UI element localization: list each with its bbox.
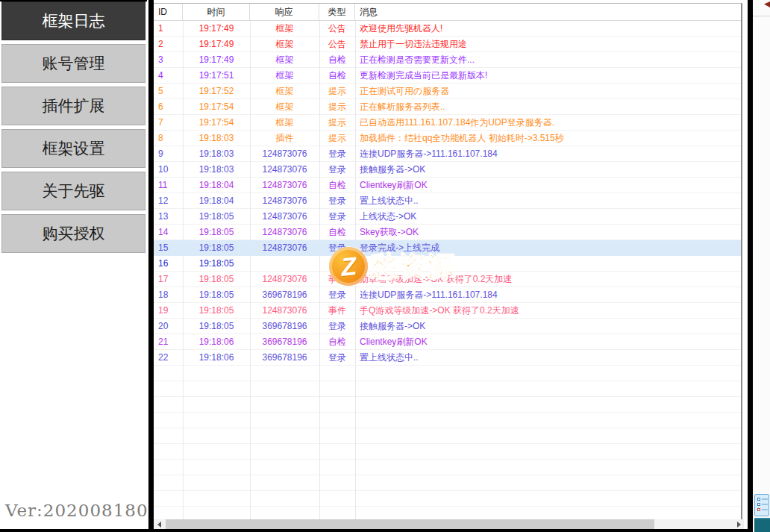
cell-type: 事件	[319, 303, 355, 319]
table-row[interactable]: 719:17:54框架提示已自动选用111.161.107.184作为UDP登录…	[154, 115, 741, 131]
cell-id: 12	[154, 193, 183, 209]
cell-resp: 框架	[250, 37, 319, 52]
cell-id: 6	[154, 99, 183, 115]
table-row[interactable]: 619:17:54框架提示正在解析服务器列表..	[154, 99, 741, 115]
cell-id: 1	[154, 21, 183, 37]
cell-resp: 124873076	[250, 162, 319, 178]
sidebar-item-label: 框架设置	[43, 138, 105, 159]
cell-msg: 连接UDP服务器->111.161.107.184	[355, 146, 741, 162]
cell-resp: 框架	[250, 84, 319, 99]
table-row[interactable]: 1819:18:05369678196登录连接UDP服务器->111.161.1…	[154, 287, 741, 303]
cell-time: 19:18:04	[183, 193, 250, 209]
cell-id: 16	[154, 256, 183, 272]
cell-time: 19:17:49	[183, 52, 250, 68]
cell-id: 7	[154, 115, 183, 131]
cell-id: 21	[154, 334, 183, 350]
cell-msg: 已自动选用111.161.107.184作为UDP登录服务器.	[355, 115, 741, 131]
cell-resp: 369678196	[250, 319, 319, 334]
table-row[interactable]: 2119:18:06369678196自检Clientkey刷新OK	[154, 334, 741, 350]
column-header-id[interactable]: ID	[154, 4, 183, 20]
cell-id: 17	[154, 272, 183, 287]
sidebar-item-about[interactable]: 关于先驱	[1, 172, 145, 210]
cell-id: 20	[154, 319, 183, 334]
cell-time: 19:18:06	[183, 334, 250, 350]
cell-id: 9	[154, 146, 183, 162]
table-row[interactable]: 1019:18:03124873076登录接触服务器->OK	[154, 162, 741, 178]
list-bullet-icon	[757, 498, 760, 501]
cell-type: 公告	[319, 37, 355, 52]
scrollbar-thumb[interactable]	[166, 519, 654, 530]
scroll-left-button[interactable]	[154, 519, 164, 530]
horizontal-scrollbar[interactable]	[154, 519, 744, 530]
cell-msg: 接触服务器->OK	[355, 162, 741, 178]
cell-msg: Skey获取->OK	[355, 225, 741, 240]
cell-time: 19:17:49	[183, 37, 250, 52]
cell-msg: Clientkey刷新OK	[355, 334, 741, 350]
sidebar-item-plugin-extension[interactable]: 插件扩展	[1, 87, 145, 125]
cell-time: 19:18:05	[183, 272, 250, 287]
version-label: Ver:2020081801	[5, 501, 160, 520]
table-row[interactable]: 319:17:49框架自检正在检测是否需要更新文件...	[154, 52, 741, 68]
column-header-response[interactable]: 响应	[250, 4, 319, 20]
scroll-right-button[interactable]	[733, 519, 744, 530]
table-row[interactable]: 1419:18:05124873076自检Skey获取->OK	[154, 225, 741, 240]
desktop-strip	[753, 0, 770, 532]
cell-type: 自检	[319, 178, 355, 193]
cell-id: 19	[154, 303, 183, 319]
cell-type: 自检	[319, 334, 355, 350]
details-list-icon[interactable]	[754, 494, 769, 516]
cell-time: 19:18:05	[183, 287, 250, 303]
table-row[interactable]: 419:17:51框架自检更新检测完成当前已是最新版本!	[154, 68, 741, 84]
cell-id: 15	[154, 240, 183, 256]
table-row[interactable]: 1319:18:05124873076登录上线状态->OK	[154, 209, 741, 225]
cell-id: 11	[154, 178, 183, 193]
cell-id: 3	[154, 52, 183, 68]
cell-msg: 置上线状态中..	[355, 350, 741, 366]
cell-resp: 369678196	[250, 287, 319, 303]
table-row[interactable]: 819:18:03插件提示加载插件：结社qq全功能机器人 初始耗时->3.515…	[154, 131, 741, 146]
column-header-type[interactable]: 类型	[319, 4, 355, 20]
list-bullet-icon	[757, 508, 760, 511]
table-row[interactable]: 1119:18:04124873076自检Clientkey刷新OK	[154, 178, 741, 193]
app-window: 框架日志 账号管理 插件扩展 框架设置 关于先驱 购买授权 Ver:202008…	[0, 0, 770, 532]
cell-type: 提示	[319, 131, 355, 146]
cell-resp: 框架	[250, 99, 319, 115]
cell-msg: 上线状态->OK	[355, 209, 741, 225]
cell-time: 19:18:05	[183, 209, 250, 225]
scroll-right-icon	[737, 522, 741, 528]
cell-msg: 加载插件：结社qq全功能机器人 初始耗时->3.515秒	[355, 131, 741, 146]
cell-time: 19:18:05	[183, 240, 250, 256]
table-row[interactable]: 219:17:49框架公告禁止用于一切违法违规用途	[154, 37, 741, 52]
cell-msg: 欢迎使用先驱机器人!	[355, 21, 741, 37]
table-row[interactable]: 119:17:49框架公告欢迎使用先驱机器人!	[154, 21, 741, 37]
table-row[interactable]: 2219:18:06369678196登录置上线状态中..	[154, 350, 741, 366]
desktop-fragment-icon	[764, 1, 770, 7]
taskbar-fragment[interactable]	[754, 518, 770, 532]
sidebar-item-account-management[interactable]: 账号管理	[1, 44, 145, 83]
cell-time: 19:17:54	[183, 99, 250, 115]
cell-resp: 124873076	[250, 225, 319, 240]
cell-time: 19:17:51	[183, 68, 250, 84]
table-row[interactable]: 1219:18:04124873076登录置上线状态中..	[154, 193, 741, 209]
watermark-logo-letter: Z	[339, 251, 358, 282]
watermark-text: 愁资源	[371, 248, 456, 285]
table-row[interactable]: 919:18:03124873076登录连接UDP服务器->111.161.10…	[154, 146, 741, 162]
sidebar-item-framework-log[interactable]: 框架日志	[1, 1, 145, 40]
sidebar: 框架日志 账号管理 插件扩展 框架设置 关于先驱 购买授权 Ver:202008…	[0, 0, 147, 532]
cell-id: 2	[154, 37, 183, 52]
table-row[interactable]: 2019:18:05369678196登录接触服务器->OK	[154, 319, 741, 334]
watermark-logo-icon: Z	[329, 247, 368, 286]
table-row[interactable]: 519:17:52框架提示正在测试可用の服务器	[154, 84, 741, 99]
column-header-message[interactable]: 消息	[355, 4, 741, 20]
cell-type: 自检	[319, 225, 355, 240]
cell-resp: 124873076	[250, 178, 319, 193]
cell-time: 19:18:03	[183, 162, 250, 178]
sidebar-item-purchase-license[interactable]: 购买授权	[1, 214, 145, 253]
cell-msg: Clientkey刷新OK	[355, 178, 741, 193]
table-row[interactable]: 1919:18:05124873076事件手Q游戏等级加速->OK 获得了0.2…	[154, 303, 741, 319]
sidebar-item-framework-settings[interactable]: 框架设置	[1, 129, 145, 168]
cell-id: 13	[154, 209, 183, 225]
cell-time: 19:18:06	[183, 350, 250, 366]
column-header-time[interactable]: 时间	[183, 4, 250, 20]
cell-time: 19:18:05	[183, 303, 250, 319]
